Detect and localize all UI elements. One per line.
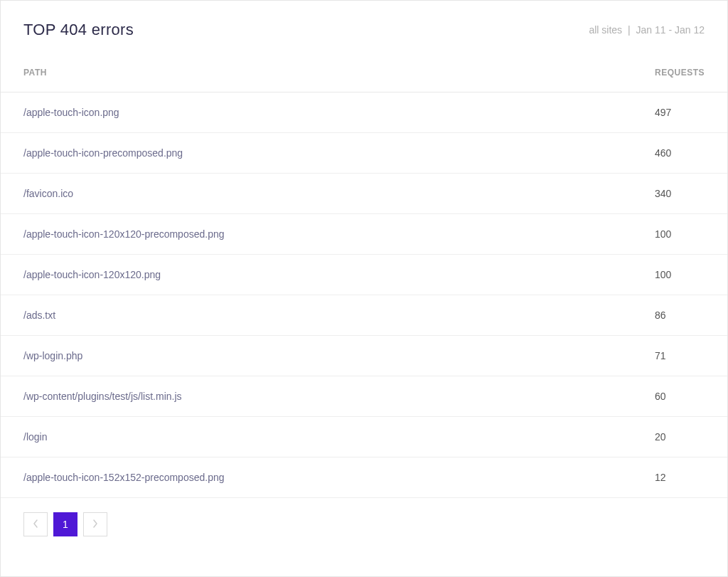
table-header-row: PATH REQUESTS: [1, 53, 727, 92]
cell-path: /apple-touch-icon-120x120-precomposed.pn…: [1, 214, 632, 255]
table-row[interactable]: /favicon.ico 340: [1, 174, 727, 214]
page-next-button[interactable]: [83, 512, 107, 536]
panel-header: TOP 404 errors all sites | Jan 11 - Jan …: [1, 1, 727, 53]
cell-requests: 340: [632, 174, 727, 214]
table-row[interactable]: /wp-content/plugins/test/js/list.min.js …: [1, 376, 727, 417]
table-row[interactable]: /wp-login.php 71: [1, 336, 727, 376]
pagination: 1: [1, 498, 727, 551]
table-row[interactable]: /apple-touch-icon-precomposed.png 460: [1, 133, 727, 174]
cell-requests: 86: [632, 295, 727, 336]
column-header-path[interactable]: PATH: [1, 53, 632, 92]
filter-daterange[interactable]: Jan 11 - Jan 12: [636, 24, 705, 36]
filter-separator: |: [628, 24, 631, 36]
cell-requests: 71: [632, 336, 727, 376]
cell-requests: 100: [632, 214, 727, 255]
panel-top-404-errors: TOP 404 errors all sites | Jan 11 - Jan …: [0, 0, 728, 577]
cell-path: /apple-touch-icon-152x152-precomposed.pn…: [1, 457, 632, 498]
cell-requests: 497: [632, 92, 727, 133]
filter-summary: all sites | Jan 11 - Jan 12: [589, 24, 705, 36]
cell-requests: 60: [632, 376, 727, 417]
table-row[interactable]: /apple-touch-icon-120x120-precomposed.pn…: [1, 214, 727, 255]
table-row[interactable]: /apple-touch-icon.png 497: [1, 92, 727, 133]
table-body: /apple-touch-icon.png 497 /apple-touch-i…: [1, 92, 727, 498]
panel-title: TOP 404 errors: [23, 21, 134, 39]
table-row[interactable]: /login 20: [1, 417, 727, 457]
cell-path: /ads.txt: [1, 295, 632, 336]
cell-path: /apple-touch-icon.png: [1, 92, 632, 133]
cell-requests: 100: [632, 255, 727, 295]
cell-path: /login: [1, 417, 632, 457]
cell-path: /apple-touch-icon-precomposed.png: [1, 133, 632, 174]
cell-requests: 460: [632, 133, 727, 174]
chevron-left-icon: [33, 519, 38, 530]
table-row[interactable]: /apple-touch-icon-152x152-precomposed.pn…: [1, 457, 727, 498]
cell-path: /wp-login.php: [1, 336, 632, 376]
cell-requests: 12: [632, 457, 727, 498]
filter-sites[interactable]: all sites: [589, 24, 622, 36]
cell-path: /favicon.ico: [1, 174, 632, 214]
cell-requests: 20: [632, 417, 727, 457]
errors-table: PATH REQUESTS /apple-touch-icon.png 497 …: [1, 53, 727, 498]
table-row[interactable]: /apple-touch-icon-120x120.png 100: [1, 255, 727, 295]
column-header-requests[interactable]: REQUESTS: [632, 53, 727, 92]
page-number-button[interactable]: 1: [53, 512, 77, 536]
cell-path: /wp-content/plugins/test/js/list.min.js: [1, 376, 632, 417]
cell-path: /apple-touch-icon-120x120.png: [1, 255, 632, 295]
page-prev-button[interactable]: [23, 512, 48, 536]
chevron-right-icon: [92, 519, 98, 530]
table-row[interactable]: /ads.txt 86: [1, 295, 727, 336]
